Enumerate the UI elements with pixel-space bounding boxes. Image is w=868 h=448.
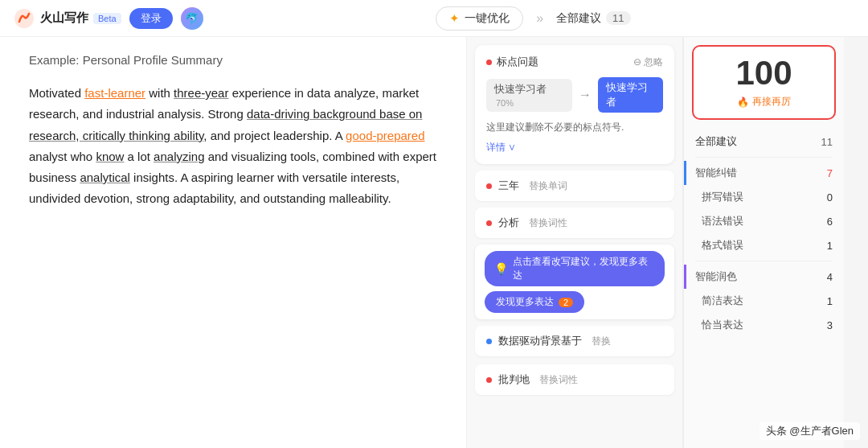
section-format[interactable]: 格式错误 1 (684, 233, 844, 257)
mini-action-data: 替换 (592, 335, 611, 348)
avatar: 🐬 (181, 7, 203, 30)
ignore-icon: ⊖ (633, 56, 641, 68)
text-good-prepared[interactable]: good-prepared (346, 129, 424, 142)
score-card: 100 🔥 再接再厉 (692, 45, 836, 120)
header-center: ✦ 一键优化 » 全部建议 11 (211, 6, 855, 31)
fire-icon: 🔥 (737, 97, 749, 108)
doc-title: Example: Personal Profile Summary (29, 53, 437, 67)
mini-action-fenxi: 替换词性 (529, 216, 567, 230)
text-and-project: , and project leadership. A (203, 129, 346, 142)
text-analyzing[interactable]: analyzing (154, 150, 204, 163)
discover-count: 2 (559, 298, 573, 307)
section-appropriate-label: 恰当表达 (702, 318, 743, 332)
text-analytical[interactable]: analytical (80, 171, 130, 184)
section-all-label: 全部建议 (695, 134, 737, 149)
mini-card-data[interactable]: 数据驱动背景基于 替换 (475, 326, 674, 356)
section-smart-fix-label: 智能纠错 (695, 166, 737, 180)
score-label-text: 再接再厉 (752, 95, 791, 109)
mini-label-sannian: 三年 (498, 179, 519, 193)
divider-1 (695, 157, 833, 158)
card1-type-label: 标点问题 (497, 55, 538, 69)
tooltip-text-area: 💡 点击查看改写建议，发现更多表达 (485, 251, 665, 286)
mini-card-sannian[interactable]: 三年 替换单词 (475, 171, 674, 201)
dot-red-icon (486, 60, 492, 65)
suggestions-count-badge: 11 (606, 11, 630, 25)
dot-red-2-icon (486, 183, 492, 189)
section-spell-count: 0 (827, 191, 833, 203)
header-divider: » (536, 11, 543, 26)
section-grammar-count: 6 (827, 216, 833, 228)
section-concise-count: 1 (827, 295, 833, 307)
section-concise-label: 简洁表达 (702, 294, 743, 308)
section-concise[interactable]: 简洁表达 1 (684, 289, 844, 313)
discover-label: 发现更多表达 (496, 295, 554, 309)
section-polish-label: 智能润色 (695, 269, 737, 284)
dot-red-3-icon (486, 220, 492, 226)
right-panel: 100 🔥 再接再厉 全部建议 11 智能纠错 7 拼写错误 0 语法错误 6 … (683, 37, 844, 448)
watermark: 头条 @生产者Glen (760, 422, 860, 440)
text-three-year[interactable]: three-year (174, 86, 228, 100)
tooltip-text-label: 点击查看改写建议，发现更多表达 (513, 255, 655, 282)
mini-label-pipan: 批判地 (498, 372, 530, 387)
section-polish-count: 4 (827, 271, 833, 283)
section-format-count: 1 (827, 240, 833, 252)
word-score: 70% (496, 98, 514, 108)
discover-button[interactable]: 发现更多表达 2 (485, 291, 584, 313)
divider-2 (695, 261, 833, 261)
spark-icon: ✦ (449, 11, 460, 26)
app-header: 火山写作 Beta 登录 🐬 ✦ 一键优化 » 全部建议 11 (0, 0, 868, 37)
login-button[interactable]: 登录 (129, 8, 173, 29)
section-grammar-label: 语法错误 (702, 214, 743, 228)
card1-type: 标点问题 (486, 55, 538, 69)
mini-action-pipan: 替换词性 (539, 373, 578, 387)
card1-hint: 这里建议删除不必要的标点符号. (486, 121, 663, 134)
logo-icon (13, 7, 35, 30)
section-all[interactable]: 全部建议 11 (684, 129, 844, 154)
section-spell[interactable]: 拼写错误 0 (684, 185, 844, 209)
text-know[interactable]: know (96, 150, 124, 163)
ignore-button[interactable]: ⊖ 忽略 (633, 55, 663, 69)
section-appropriate[interactable]: 恰当表达 3 (684, 313, 844, 337)
text-fast-learner[interactable]: fast-learner (84, 86, 145, 100)
word-original-text: 快速学习者 (494, 83, 547, 95)
dot-red-4-icon (486, 377, 492, 383)
main-layout: Example: Personal Profile Summary Motiva… (0, 37, 868, 448)
suggestions-label: 全部建议 (556, 11, 601, 26)
mini-card-fenxi[interactable]: 分析 替换词性 (475, 208, 674, 238)
score-label: 🔥 再接再厉 (703, 95, 825, 109)
optimize-button[interactable]: ✦ 一键优化 (436, 6, 523, 31)
section-polish[interactable]: 智能润色 4 (684, 265, 844, 289)
text-motivated: Motivated (29, 86, 84, 100)
section-spell-label: 拼写错误 (702, 190, 743, 204)
svg-point-0 (14, 9, 34, 28)
text-analyst: analyst who (29, 150, 96, 163)
logo-area: 火山写作 Beta (13, 7, 121, 30)
optimize-label: 一键优化 (465, 11, 510, 26)
logo-text: 火山写作 (40, 10, 88, 26)
suggestion-card-1: 标点问题 ⊖ 忽略 快速学习者 70% → 快速学习者 这里建议删除不必要的标点… (475, 45, 674, 164)
card1-header: 标点问题 ⊖ 忽略 (486, 55, 663, 69)
score-number: 100 (703, 56, 825, 90)
mini-card-pipan[interactable]: 批判地 替换词性 (475, 364, 674, 395)
editor-area: Example: Personal Profile Summary Motiva… (0, 37, 466, 448)
mini-label-fenxi: 分析 (498, 216, 519, 230)
section-all-count: 11 (821, 136, 833, 148)
card1-detail[interactable]: 详情 ∨ (486, 141, 663, 154)
word-options: 快速学习者 70% → 快速学习者 (486, 77, 663, 113)
word-original: 快速学习者 70% (486, 79, 572, 112)
section-smart-fix-count: 7 (827, 167, 833, 179)
bulb-icon: 💡 (494, 262, 508, 275)
section-appropriate-count: 3 (827, 319, 833, 331)
text-a-lot: a lot (124, 150, 154, 163)
doc-content[interactable]: Motivated fast-learner with three-year e… (29, 83, 437, 210)
section-smart-fix[interactable]: 智能纠错 7 (684, 161, 844, 185)
suggestions-count-area: 全部建议 11 (556, 11, 630, 26)
mini-label-data: 数据驱动背景基于 (498, 334, 582, 348)
word-suggested[interactable]: 快速学习者 (598, 77, 663, 113)
ignore-label: 忽略 (644, 56, 663, 68)
section-grammar[interactable]: 语法错误 6 (684, 209, 844, 233)
arrow-icon: → (579, 88, 592, 102)
text-with: with (145, 86, 174, 100)
tooltip-bar: 💡 点击查看改写建议，发现更多表达 发现更多表达 2 (475, 245, 674, 319)
beta-badge: Beta (93, 13, 121, 24)
